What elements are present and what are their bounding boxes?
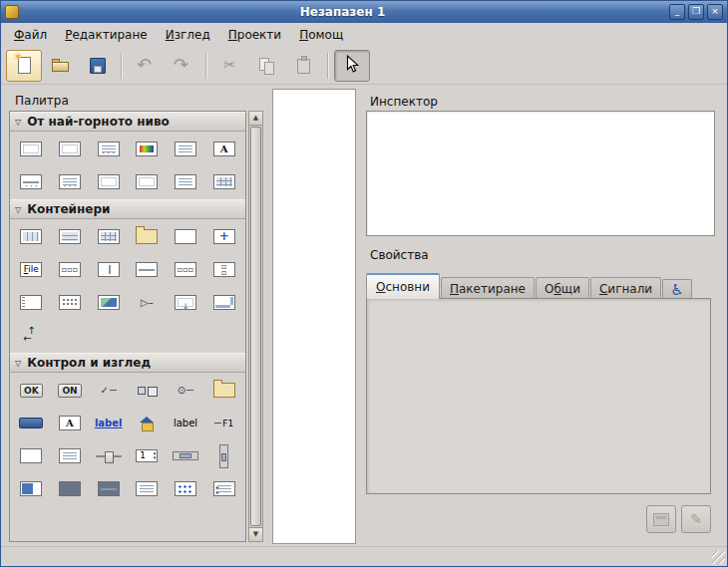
menu-file[interactable]: Файл <box>5 25 56 45</box>
scrollbar-thumb[interactable] <box>250 127 261 526</box>
palette-item-combo-box-entry[interactable] <box>51 407 90 439</box>
link-button-icon: label <box>95 418 123 428</box>
palette-section-header-toplevel[interactable]: ▽ От най-горното ниво <box>10 112 245 132</box>
palette-item-aspect-frame[interactable] <box>204 220 243 253</box>
palette-item-input-dialog[interactable] <box>12 165 51 198</box>
palette-item-tree-view[interactable] <box>204 472 243 505</box>
palette-item-window[interactable] <box>12 133 51 165</box>
inspector-panel[interactable] <box>366 111 715 236</box>
palette-section-containers: ▽ Контейнери File <box>10 199 245 353</box>
palette-item-fixed[interactable] <box>128 220 167 253</box>
cut-scissors-icon <box>219 55 241 77</box>
palette-item-hpaned[interactable] <box>89 253 128 286</box>
menu-projects[interactable]: Проекти <box>219 25 290 45</box>
palette-item-file-chooser-button[interactable] <box>204 374 243 407</box>
palette-item-table[interactable] <box>89 220 128 253</box>
dialog-button[interactable] <box>646 505 676 533</box>
redo-button[interactable] <box>165 50 200 82</box>
palette-item-vbutton-box[interactable] <box>204 253 243 286</box>
selector-button[interactable] <box>334 50 370 82</box>
resize-grip-icon[interactable] <box>712 551 725 564</box>
open-button[interactable] <box>43 50 79 82</box>
palette-item-message-dialog[interactable] <box>51 165 90 198</box>
cut-button[interactable] <box>212 50 248 82</box>
palette-section-header-controls[interactable]: ▽ Контрол и изглед <box>10 353 245 373</box>
palette-item-about-dialog[interactable] <box>89 133 128 165</box>
palette-item-home-button[interactable] <box>128 407 167 439</box>
palette-item-combo-box[interactable] <box>89 472 128 505</box>
scroll-up-arrow-icon[interactable]: ▲ <box>249 112 262 126</box>
palette-item-entry[interactable] <box>12 407 51 439</box>
palette-item-color-selection-dialog[interactable] <box>128 133 167 165</box>
palette-scrollbar[interactable]: ▲ ▼ <box>248 111 263 542</box>
maximize-button[interactable]: ❒ <box>688 4 704 20</box>
palette-item-vbox[interactable] <box>51 220 90 253</box>
palette-item-viewport[interactable] <box>167 286 205 319</box>
palette-item-check-button[interactable]: ✓ <box>89 374 128 407</box>
palette-item-image[interactable] <box>128 374 167 407</box>
vscale-icon <box>219 444 228 468</box>
palette-item-dialog[interactable] <box>51 133 90 165</box>
palette-item-hscale[interactable] <box>89 439 128 472</box>
vpaned-icon <box>136 262 158 277</box>
palette-item-popup-window[interactable] <box>204 165 243 198</box>
close-button[interactable]: × <box>707 4 723 20</box>
copy-icon <box>256 55 278 77</box>
tab-common[interactable]: Общи <box>536 277 589 299</box>
undo-button[interactable] <box>128 50 164 82</box>
palette-item-scrolled-window[interactable] <box>204 286 243 319</box>
palette-item-accel-label[interactable]: F1 <box>204 407 243 439</box>
palette-item-alignment[interactable]: ↑← <box>12 319 51 352</box>
minimize-button[interactable]: _ <box>669 4 685 20</box>
palette-item-hbox[interactable] <box>12 220 51 253</box>
palette-section-header-containers[interactable]: ▽ Контейнери <box>10 199 245 219</box>
palette-item-radio-button[interactable]: ⊙ <box>167 374 205 407</box>
edit-button[interactable]: ✎ <box>681 505 711 533</box>
paste-button[interactable] <box>286 50 322 82</box>
palette-item-icon-view[interactable] <box>167 472 205 505</box>
palette-item-vpaned[interactable] <box>128 253 167 286</box>
palette-item-link-button[interactable]: label <box>89 407 128 439</box>
palette-item-assistant[interactable] <box>89 165 128 198</box>
vbutton-box-icon <box>213 262 235 277</box>
palette-item-custom-widget[interactable] <box>89 286 128 319</box>
menu-edit[interactable]: Редактиране <box>56 25 157 45</box>
palette-item-progress-bar[interactable] <box>12 472 51 505</box>
palette-item-list-view[interactable] <box>128 472 167 505</box>
palette-item-font-selection-dialog[interactable] <box>204 133 243 165</box>
palette-item-spin-button[interactable] <box>128 439 167 472</box>
scrollbar-trough[interactable] <box>249 126 262 527</box>
palette-item-menubar[interactable]: File <box>12 253 51 286</box>
palette-item-button[interactable]: OK <box>12 374 51 407</box>
palette-item-text-entry[interactable] <box>12 439 51 472</box>
menu-help[interactable]: Помощ <box>290 25 352 45</box>
toggle-button-icon: ON <box>58 384 81 398</box>
palette-item-plug[interactable] <box>128 165 167 198</box>
titlebar[interactable]: Незапазен 1 _ ❒ × <box>1 1 727 23</box>
palette-item-statusbar[interactable] <box>51 472 90 505</box>
palette-item-socket[interactable] <box>167 165 205 198</box>
palette-item-frame[interactable] <box>167 220 205 253</box>
menu-view[interactable]: Изглед <box>157 25 219 45</box>
tab-general[interactable]: Основни <box>366 273 440 299</box>
workspace-canvas[interactable] <box>272 89 356 544</box>
palette-item-toolbar[interactable] <box>51 253 90 286</box>
palette-item-hscrollbar[interactable] <box>167 439 205 472</box>
palette-item-label[interactable]: label <box>167 407 205 439</box>
palette-item-text-view[interactable] <box>51 439 90 472</box>
palette-item-layout[interactable] <box>51 286 90 319</box>
palette-item-toggle-button[interactable]: ON <box>51 374 90 407</box>
tab-signals[interactable]: Сигнали <box>590 277 661 299</box>
menubar-file-text: File <box>21 263 41 275</box>
palette-item-handle-box[interactable] <box>12 286 51 319</box>
copy-button[interactable] <box>249 50 285 82</box>
tab-accessibility[interactable]: ♿ <box>662 279 691 299</box>
save-button[interactable] <box>80 50 116 82</box>
palette-item-expander[interactable]: ▷– <box>128 286 167 319</box>
hscale-icon <box>96 451 122 461</box>
palette-item-vscale[interactable] <box>204 439 243 472</box>
new-project-button[interactable] <box>6 50 42 82</box>
tab-packing[interactable]: Пакетиране <box>441 277 535 299</box>
palette-item-file-chooser-dialog[interactable] <box>167 133 205 165</box>
palette-item-hbutton-box[interactable] <box>167 253 205 286</box>
